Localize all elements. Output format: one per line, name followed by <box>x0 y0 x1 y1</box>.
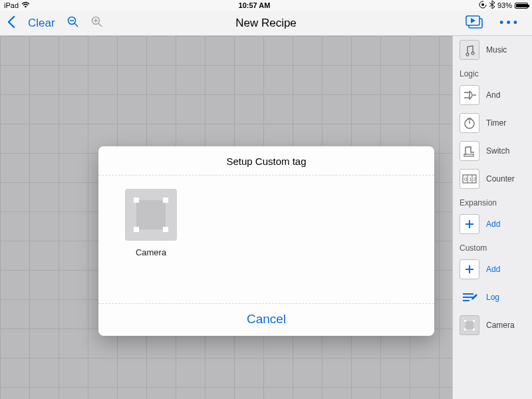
main-area: Music Logic And Timer Switch 012 <box>0 36 532 399</box>
back-button[interactable] <box>7 15 16 31</box>
more-button[interactable]: ••• <box>499 16 520 30</box>
setup-custom-tag-dialog: Setup Custom tag Camera Cancel <box>98 146 434 336</box>
toolbar: Clear New Recipe ••• <box>0 11 532 36</box>
cancel-button[interactable]: Cancel <box>98 304 434 336</box>
status-time: 10:57 AM <box>30 1 479 9</box>
bluetooth-icon <box>489 1 495 10</box>
zoom-out-button[interactable] <box>67 16 79 31</box>
battery-icon <box>515 3 528 9</box>
tile-label: Camera <box>136 247 166 257</box>
status-bar: iPad 10:57 AM 93% <box>0 0 532 11</box>
clear-button[interactable]: Clear <box>28 17 55 30</box>
zoom-in-button[interactable] <box>91 16 103 31</box>
dialog-title: Setup Custom tag <box>98 146 434 176</box>
presentation-button[interactable] <box>465 16 485 31</box>
custom-tag-tile-camera[interactable]: Camera <box>125 189 177 257</box>
camera-tag-icon <box>125 189 177 241</box>
dialog-body: Camera <box>98 176 434 304</box>
svg-line-7 <box>98 23 102 27</box>
svg-point-0 <box>25 6 27 8</box>
orientation-lock-icon <box>479 1 487 10</box>
device-label: iPad <box>4 1 19 9</box>
svg-line-4 <box>74 23 78 27</box>
battery-percent: 93% <box>497 1 512 9</box>
svg-rect-2 <box>481 3 484 6</box>
wifi-icon <box>21 1 30 9</box>
